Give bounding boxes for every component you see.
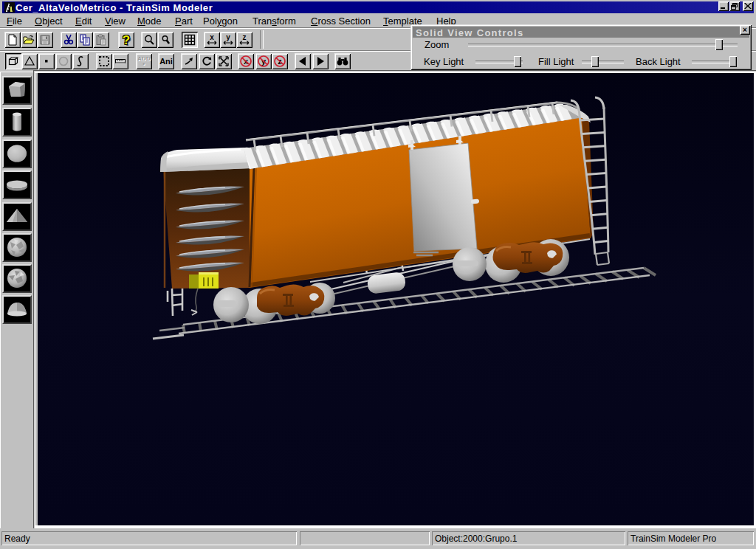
svg-text:y: y (226, 34, 230, 41)
svg-text:x: x (210, 34, 214, 41)
svg-text:z: z (243, 34, 247, 41)
